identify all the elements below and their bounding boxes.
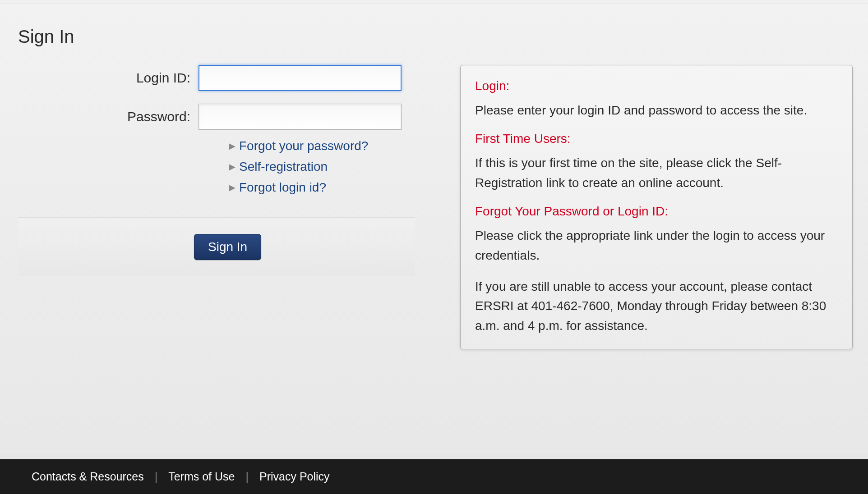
login-id-label: Login ID: <box>18 70 199 86</box>
info-login-text: Please enter your login ID and password … <box>475 101 838 120</box>
footer-contacts-link[interactable]: Contacts & Resources <box>32 470 144 483</box>
forgot-login-id-link[interactable]: ▶ Forgot login id? <box>229 180 415 195</box>
page-title: Sign In <box>18 27 863 47</box>
chevron-right-icon: ▶ <box>229 162 235 172</box>
login-form: Login ID: Password: ▶ Forgot your passwo… <box>18 65 415 349</box>
self-registration-text: Self-registration <box>239 160 328 174</box>
self-registration-link[interactable]: ▶ Self-registration <box>229 160 415 174</box>
info-panel: Login: Please enter your login ID and pa… <box>460 65 853 349</box>
chevron-right-icon: ▶ <box>229 141 235 151</box>
footer-terms-link[interactable]: Terms of Use <box>168 470 235 483</box>
info-forgot-text: Please click the appropriate link under … <box>475 226 838 265</box>
password-input[interactable] <box>199 104 402 130</box>
forgot-login-id-text: Forgot login id? <box>239 180 326 195</box>
password-label: Password: <box>18 109 199 124</box>
footer-separator: | <box>245 470 249 483</box>
helper-links: ▶ Forgot your password? ▶ Self-registrat… <box>229 139 415 195</box>
chevron-right-icon: ▶ <box>229 183 235 192</box>
main-container: Sign In Login ID: Password: ▶ Forgot you… <box>0 4 868 454</box>
forgot-password-link[interactable]: ▶ Forgot your password? <box>229 139 415 153</box>
password-row: Password: <box>18 104 415 130</box>
info-firsttime-text: If this is your first time on the site, … <box>475 153 838 192</box>
login-id-row: Login ID: <box>18 65 415 91</box>
button-bar: Sign In <box>18 217 415 276</box>
content-wrapper: Login ID: Password: ▶ Forgot your passwo… <box>5 65 863 349</box>
footer: Contacts & Resources | Terms of Use | Pr… <box>0 459 868 494</box>
sign-in-button[interactable]: Sign In <box>194 234 261 260</box>
forgot-password-text: Forgot your password? <box>239 139 368 153</box>
info-forgot-heading: Forgot Your Password or Login ID: <box>475 204 838 219</box>
footer-separator: | <box>155 470 158 483</box>
info-contact-text: If you are still unable to access your a… <box>475 277 838 335</box>
info-firsttime-heading: First Time Users: <box>475 132 838 146</box>
login-id-input[interactable] <box>199 65 402 91</box>
info-login-heading: Login: <box>475 79 838 93</box>
footer-privacy-link[interactable]: Privacy Policy <box>259 470 330 483</box>
